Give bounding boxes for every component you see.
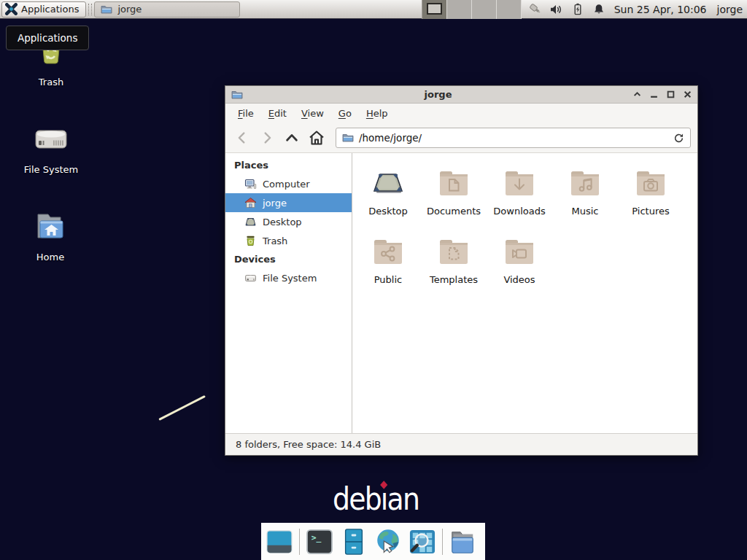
applications-tooltip: Applications — [6, 26, 89, 50]
bottom-dock: >_ — [261, 523, 485, 560]
file-icon-view[interactable]: Desktop Documents — [352, 153, 697, 433]
drive-icon — [244, 272, 257, 284]
file-cabinet-icon[interactable] — [339, 527, 368, 556]
file-item-templates[interactable]: Templates — [421, 234, 487, 303]
sidebar-item-computer[interactable]: Computer — [225, 174, 352, 193]
sidebar-item-label: Computer — [263, 179, 310, 190]
file-item-videos[interactable]: Videos — [487, 234, 552, 303]
sidebar-item-trash[interactable]: Trash — [225, 231, 352, 250]
menu-file[interactable]: File — [231, 105, 261, 122]
file-item-music[interactable]: Music — [552, 166, 618, 234]
file-item-downloads[interactable]: Downloads — [487, 166, 552, 234]
folder-templates-icon — [436, 235, 471, 270]
file-label: Desktop — [355, 206, 421, 217]
applications-menu-button[interactable]: Applications — [1, 1, 86, 18]
folder-documents-icon — [436, 166, 471, 201]
show-desktop-icon[interactable] — [265, 527, 294, 556]
folder-videos-icon — [502, 235, 537, 270]
web-browser-icon[interactable] — [374, 527, 403, 556]
workspace-1[interactable] — [422, 0, 447, 19]
home-icon — [244, 197, 257, 209]
panel-clock[interactable]: Sun 25 Apr, 10:06 — [614, 4, 707, 15]
file-manager-icon[interactable] — [448, 527, 477, 556]
workspace-3[interactable] — [472, 0, 497, 19]
path-folder-icon — [342, 132, 354, 144]
sidebar-item-label: Trash — [263, 236, 287, 246]
taskbar-folder-icon — [101, 4, 112, 15]
file-item-desktop[interactable]: Desktop — [355, 166, 421, 234]
desktop-icon-home[interactable]: Home — [12, 209, 88, 262]
network-icon[interactable] — [529, 3, 542, 16]
folder-music-icon — [568, 166, 603, 201]
panel-username[interactable]: jorge — [717, 4, 743, 15]
menu-help[interactable]: Help — [359, 105, 395, 122]
file-item-documents[interactable]: Documents — [421, 166, 487, 234]
sidebar: Places Computer — [225, 153, 352, 433]
application-finder-icon[interactable] — [408, 527, 437, 556]
workspace-2[interactable] — [447, 0, 472, 19]
workspace-4[interactable] — [497, 0, 522, 19]
maximize-button[interactable] — [667, 90, 675, 98]
system-tray — [529, 3, 605, 16]
reload-icon[interactable] — [673, 133, 684, 144]
debian-text: an — [387, 481, 419, 517]
sidebar-item-label: jorge — [263, 198, 287, 209]
menubar: File Edit View Go Help — [225, 104, 697, 123]
close-button[interactable] — [684, 90, 692, 98]
file-manager-window: jorge File Edit View Go Help — [225, 85, 698, 456]
file-label: Music — [552, 206, 618, 217]
notifications-bell-icon[interactable] — [592, 3, 605, 16]
titlebar[interactable]: jorge — [225, 86, 697, 104]
up-button[interactable] — [282, 128, 302, 148]
minimize-button[interactable] — [650, 90, 658, 98]
file-label: Pictures — [618, 206, 684, 217]
toolbar: /home/jorge/ — [225, 123, 697, 153]
svg-text:>_: >_ — [311, 532, 322, 542]
taskbar-window-button[interactable]: jorge — [94, 1, 240, 18]
folder-pictures-icon — [633, 166, 668, 201]
trash-icon — [244, 235, 257, 247]
sidebar-header-devices: Devices — [225, 250, 352, 268]
sidebar-item-file-system[interactable]: File System — [225, 268, 352, 287]
applications-menu-icon — [5, 3, 18, 15]
desktop-icon — [244, 216, 257, 228]
folder-public-icon — [371, 235, 406, 270]
applications-menu-label: Applications — [21, 4, 79, 15]
file-item-pictures[interactable]: Pictures — [618, 166, 684, 234]
desktop-icon-label: Home — [12, 252, 88, 262]
taskbar-window-label: jorge — [117, 4, 142, 15]
menu-view[interactable]: View — [294, 105, 331, 122]
forward-button[interactable] — [257, 128, 277, 148]
home-button[interactable] — [306, 128, 327, 148]
menu-go[interactable]: Go — [331, 105, 359, 122]
sidebar-item-jorge[interactable]: jorge — [225, 193, 352, 212]
desktop-scratch-artifact — [158, 395, 206, 421]
dock-separator — [299, 529, 300, 555]
file-item-public[interactable]: Public — [355, 234, 421, 303]
panel-handle[interactable] — [88, 4, 92, 15]
home-folder-icon — [31, 209, 69, 246]
file-label: Templates — [421, 274, 487, 285]
desktop-icon-label: Trash — [13, 77, 89, 88]
battery-icon[interactable] — [571, 3, 584, 16]
status-text: 8 folders, Free space: 14.4 GiB — [236, 439, 381, 450]
computer-icon — [244, 178, 257, 190]
workspace-window-preview — [427, 3, 442, 15]
workspace-switcher — [422, 0, 522, 19]
file-label: Downloads — [487, 206, 552, 217]
desktop-icon-file-system[interactable]: File System — [13, 121, 89, 175]
menu-edit[interactable]: Edit — [261, 105, 294, 122]
file-label: Public — [355, 274, 421, 285]
status-bar: 8 folders, Free space: 14.4 GiB — [225, 433, 697, 455]
back-button[interactable] — [232, 128, 252, 148]
sidebar-item-desktop[interactable]: Desktop — [225, 212, 352, 231]
window-folder-icon — [231, 89, 243, 101]
debian-text: deb — [333, 481, 381, 517]
path-text[interactable]: /home/jorge/ — [359, 132, 668, 144]
volume-icon[interactable] — [550, 3, 563, 16]
path-bar[interactable]: /home/jorge/ — [336, 128, 691, 148]
shade-button[interactable] — [633, 90, 641, 98]
debian-watermark: debıan — [333, 481, 419, 517]
terminal-icon[interactable]: >_ — [305, 527, 334, 556]
drive-icon — [32, 121, 70, 159]
